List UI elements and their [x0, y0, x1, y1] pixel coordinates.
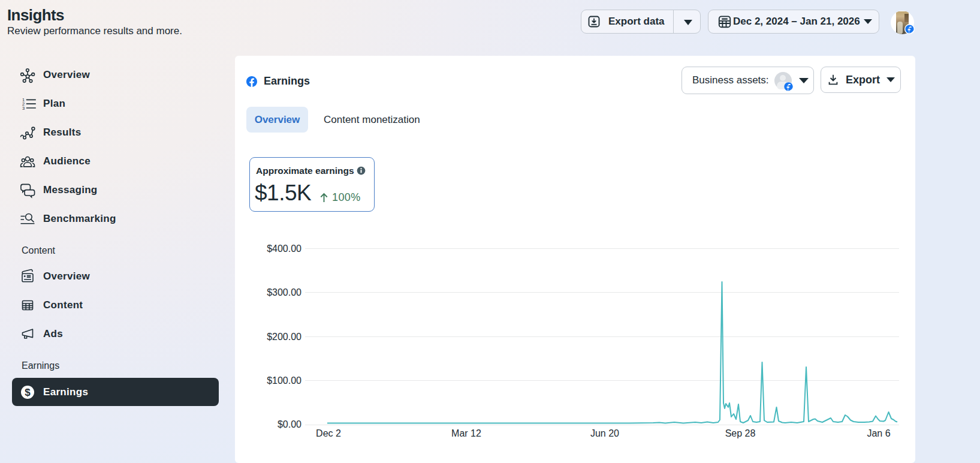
svg-text:$: $ [25, 387, 31, 398]
svg-text:3: 3 [22, 106, 25, 111]
